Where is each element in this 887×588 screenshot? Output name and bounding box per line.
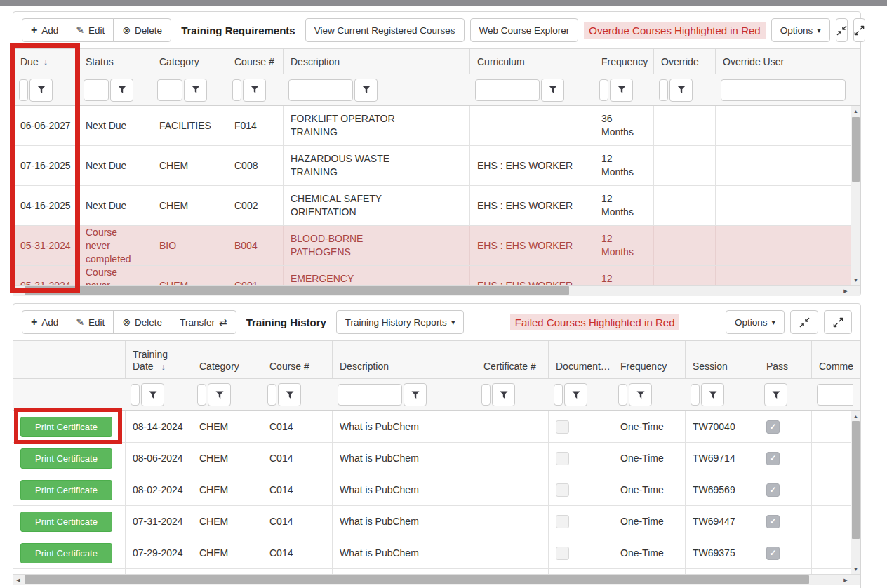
col-header-description[interactable]: Description — [283, 49, 469, 74]
table-row[interactable]: 04-16-2025 Next Due CHEM C002 CHEMICAL S… — [13, 186, 860, 226]
table-row-overdue[interactable]: 05-31-2024 Course never completed CHEM C… — [13, 266, 860, 285]
col-header-frequency[interactable]: Frequency — [613, 341, 685, 378]
expand-grid-button[interactable] — [824, 310, 852, 334]
scroll-right-arrow[interactable]: ▶ — [841, 575, 851, 585]
add-button[interactable]: + Add — [22, 18, 67, 42]
scroll-left-arrow[interactable]: ◀ — [13, 286, 23, 296]
edit-button[interactable]: ✎ Edit — [67, 18, 114, 42]
delete-button[interactable]: ⊗ Delete — [113, 310, 171, 334]
collapse-grid-button[interactable] — [790, 310, 818, 334]
pass-checkbox[interactable]: ✓ — [766, 452, 780, 465]
filter-button-category[interactable] — [184, 79, 207, 102]
filter-input-comments[interactable] — [817, 384, 853, 406]
filter-input-status[interactable] — [84, 79, 109, 101]
add-button[interactable]: + Add — [22, 310, 67, 334]
table-row-partial[interactable]: Print Certificate — [13, 569, 860, 574]
filter-input-document[interactable] — [554, 384, 563, 406]
vertical-scrollbar[interactable]: ▲ ▼ — [851, 411, 860, 574]
scroll-up-arrow[interactable]: ▲ — [851, 411, 860, 421]
table-row[interactable]: Print Certificate 07-29-2024 CHEM C014 W… — [13, 537, 860, 569]
document-checkbox[interactable] — [556, 452, 569, 465]
filter-input-curriculum[interactable] — [475, 79, 540, 101]
col-header-category[interactable]: Category — [192, 341, 262, 378]
table-row[interactable]: 06-06-2027 Next Due FACILITIES F014 FORK… — [13, 106, 860, 146]
scroll-thumb[interactable] — [852, 117, 860, 182]
col-header-comments[interactable]: Comments — [811, 341, 853, 378]
filter-button-status[interactable] — [110, 79, 133, 102]
filter-button-due[interactable] — [29, 79, 53, 102]
training-history-reports-button[interactable]: Training History Reports ▾ — [336, 310, 465, 334]
filter-button-pass[interactable] — [764, 383, 787, 406]
filter-button-course[interactable] — [278, 383, 301, 406]
col-header-override-user[interactable]: Override User — [715, 49, 853, 74]
print-certificate-button[interactable]: Print Certificate — [20, 512, 112, 532]
col-header-course[interactable]: Course # — [227, 49, 283, 74]
view-current-registered-courses-button[interactable]: View Current Registered Courses — [305, 18, 465, 42]
print-certificate-button[interactable]: Print Certificate — [20, 448, 112, 469]
horizontal-scrollbar[interactable]: ◀ ▶ — [13, 285, 860, 296]
filter-button-certificate[interactable] — [492, 383, 515, 406]
filter-input-description[interactable] — [288, 79, 353, 101]
filter-input-course[interactable] — [267, 384, 276, 406]
filter-input-description[interactable] — [338, 384, 402, 406]
col-header-override[interactable]: Override — [653, 49, 715, 74]
filter-input-frequency[interactable] — [618, 384, 627, 406]
filter-input-category[interactable] — [197, 384, 206, 406]
filter-input-frequency[interactable] — [599, 79, 608, 101]
filter-button-date[interactable] — [141, 383, 164, 406]
pass-checkbox[interactable]: ✓ — [766, 515, 780, 528]
filter-button-description[interactable] — [354, 79, 378, 102]
options-button[interactable]: Options ▾ — [771, 18, 830, 42]
transfer-button[interactable]: Transfer ⇄ — [171, 310, 236, 334]
delete-button[interactable]: ⊗ Delete — [113, 18, 171, 42]
scroll-right-arrow[interactable]: ▶ — [841, 286, 851, 296]
vertical-scrollbar[interactable]: ▲ ▼ — [851, 106, 860, 285]
col-header-frequency[interactable]: Frequency — [594, 49, 653, 74]
col-header-category[interactable]: Category — [152, 49, 227, 74]
filter-button-category[interactable] — [208, 383, 231, 406]
col-header-curriculum[interactable]: Curriculum — [469, 49, 594, 74]
col-header-course[interactable]: Course # — [262, 341, 332, 378]
table-row[interactable]: 07-16-2025 Next Due CHEM C008 HAZARDOUS … — [13, 146, 860, 186]
expand-grid-button[interactable] — [853, 18, 865, 42]
document-checkbox[interactable] — [556, 547, 569, 560]
filter-button-override[interactable] — [669, 79, 693, 102]
filter-input-date[interactable] — [131, 384, 140, 406]
scroll-down-arrow[interactable]: ▼ — [851, 564, 860, 574]
col-header-status[interactable]: Status — [78, 49, 152, 74]
col-header-session[interactable]: Session — [685, 341, 759, 378]
table-row[interactable]: Print Certificate 08-14-2024 CHEM C014 W… — [13, 411, 860, 443]
scroll-thumb[interactable] — [25, 575, 809, 584]
horizontal-scrollbar[interactable]: ◀ ▶ — [13, 574, 860, 585]
collapse-grid-button[interactable] — [836, 18, 848, 42]
filter-button-frequency[interactable] — [629, 383, 652, 406]
table-row[interactable]: Print Certificate 07-31-2024 CHEM C014 W… — [13, 506, 860, 537]
col-header-training-date[interactable]: Training Date ↓ — [125, 341, 192, 378]
scroll-thumb[interactable] — [852, 421, 860, 539]
scroll-left-arrow[interactable]: ◀ — [13, 575, 23, 585]
filter-input-session[interactable] — [691, 384, 700, 406]
filter-button-frequency[interactable] — [610, 79, 633, 102]
table-row[interactable]: Print Certificate 08-06-2024 CHEM C014 W… — [13, 443, 860, 474]
scroll-up-arrow[interactable]: ▲ — [851, 106, 860, 116]
filter-input-override-user[interactable] — [721, 79, 846, 101]
col-header-description[interactable]: Description — [332, 341, 476, 378]
filter-input-due[interactable] — [19, 79, 28, 101]
filter-button-course[interactable] — [243, 79, 266, 102]
table-row[interactable]: Print Certificate 08-02-2024 CHEM C014 W… — [13, 474, 860, 506]
pass-checkbox[interactable]: ✓ — [766, 547, 780, 560]
col-header-certificate[interactable]: Certificate # — [476, 341, 548, 378]
print-certificate-button[interactable]: Print Certificate — [20, 480, 112, 500]
table-row-overdue[interactable]: 05-31-2024 Course never completed BIO B0… — [13, 226, 860, 266]
filter-input-override[interactable] — [659, 79, 668, 101]
filter-input-category[interactable] — [157, 79, 182, 101]
options-button[interactable]: Options ▾ — [726, 310, 785, 334]
edit-button[interactable]: ✎ Edit — [67, 310, 114, 334]
col-header-pass[interactable]: Pass — [759, 341, 811, 378]
filter-button-curriculum[interactable] — [541, 79, 564, 102]
print-certificate-button[interactable]: Print Certificate — [20, 543, 112, 563]
filter-button-description[interactable] — [404, 383, 427, 406]
col-header-document[interactable]: Document… — [548, 341, 613, 378]
pass-checkbox[interactable]: ✓ — [766, 483, 780, 497]
document-checkbox[interactable] — [556, 515, 569, 528]
